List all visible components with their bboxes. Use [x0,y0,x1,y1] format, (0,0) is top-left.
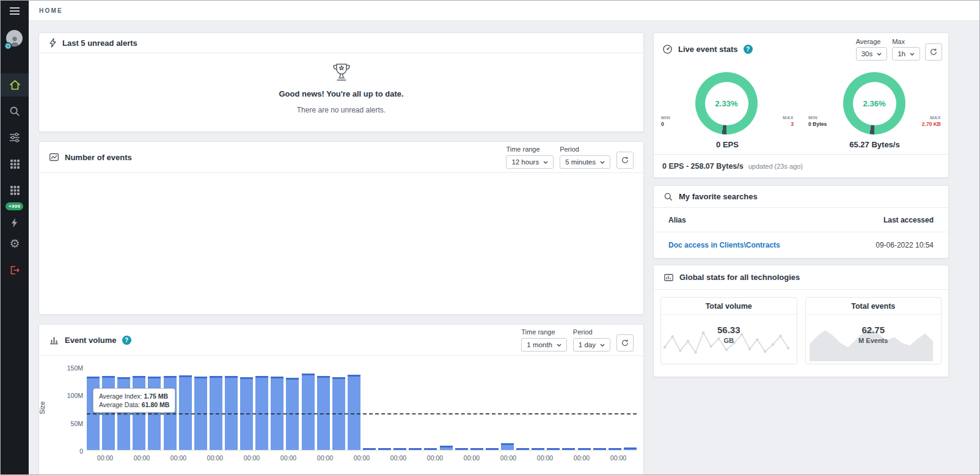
menu-icon [9,7,20,15]
chevron-down-icon [600,161,605,164]
chevron-down-icon [557,344,561,347]
bar[interactable] [593,448,606,450]
refresh-icon [929,48,938,56]
bar[interactable] [532,448,544,450]
donut-caption: 0 EPS [661,140,794,149]
refresh-icon [621,156,629,164]
sidebar-item-settings[interactable]: ⚙ [1,232,29,255]
x-tick-label: 00:00 [464,454,480,462]
help-icon[interactable]: ? [744,45,753,54]
x-tick-label: 00:00 [574,454,590,462]
sidebar-item-alerts[interactable] [1,211,29,234]
period-select[interactable]: 1 day [573,338,610,352]
refresh-button[interactable] [616,152,634,169]
event-volume-plot: Average Index: 1.75 MB Average Data: 61.… [87,369,637,451]
time-range-label: Time range [521,328,567,336]
number-of-events-header: Number of events Time range 12 hours Per… [39,142,643,173]
bar[interactable] [179,375,192,450]
x-tick-label: 00:00 [354,454,370,462]
donut-area: MIN 0 2.33% MAX 3 0 EPS [654,72,948,149]
max-select[interactable]: 1h [892,47,920,61]
breadcrumb[interactable]: HOME [39,7,63,14]
bar[interactable] [501,443,514,450]
notification-badge[interactable]: +999 [5,202,23,210]
alias-column-header: Alias [668,216,686,224]
average-control: Average 30s [856,38,888,61]
sidebar-item-search[interactable] [1,100,29,123]
sidebar-item-apps[interactable] [1,152,29,175]
x-tick-label: 00:00 [537,454,553,462]
bar[interactable] [393,448,406,450]
refresh-icon [621,339,629,347]
live-stats-controls: Average 30s Max 1h [856,38,942,61]
chart-tooltip: Average Index: 1.75 MB Average Data: 61.… [93,388,175,413]
bar[interactable] [516,448,529,450]
bar[interactable] [470,448,483,450]
bar[interactable] [102,376,115,450]
hamburger-menu-button[interactable] [1,1,29,21]
average-label: Average [856,38,888,45]
help-icon[interactable]: ? [122,336,131,345]
chevron-down-icon [877,53,882,56]
eps-min: MIN 0 [661,115,670,127]
bar[interactable] [378,448,391,450]
average-select[interactable]: 30s [856,47,888,61]
sidebar-item-modules[interactable] [1,179,29,202]
period-value: 1 day [579,341,596,348]
card-title: Number of events [65,153,132,162]
time-range-select[interactable]: 12 hours [506,155,554,169]
max-label: Max [892,38,920,45]
bytes-max: MAX 2.70 KB [922,115,941,127]
sliders-icon [9,133,20,142]
bar[interactable] [562,448,575,450]
time-range-select[interactable]: 1 month [521,338,567,352]
sidebar-item-logout[interactable] [1,259,29,282]
bar[interactable] [455,448,468,450]
search-icon [664,192,673,202]
search-icon [9,106,20,117]
bar[interactable] [609,448,621,450]
donut-percent: 2.33% [715,99,738,108]
home-icon [9,79,21,90]
refresh-button[interactable] [925,43,942,61]
y-axis-ticks: 150M100M50M0 [61,364,83,455]
tooltip-label: Average Data: [99,401,140,408]
global-stats-card: Global stats for all technologies Total … [653,265,949,377]
total-events-box: Total events 62.75 M Events [805,297,942,364]
gear-icon: ⚙ [9,238,20,249]
eps-max: MAX 3 [783,115,794,127]
bar[interactable] [348,375,360,450]
bar[interactable] [363,448,376,450]
y-tick-label: 50M [71,420,83,427]
sidebar-item-home[interactable] [1,73,29,97]
global-stats-boxes: Total volume 56.33 GB Total events 62.75… [654,290,948,372]
x-tick-label: 00:00 [500,454,516,462]
gauge-icon [662,44,673,54]
time-range-label: Time range [506,145,554,153]
donut-chart: 2.36% [843,72,905,134]
global-stats-header: Global stats for all technologies [654,265,948,290]
footer-stat: 0 EPS - 258.07 Bytes/s [662,162,744,171]
alerts-subtext: There are no unread alerts. [39,106,643,114]
sidebar-item-filters[interactable] [1,126,29,149]
period-select[interactable]: 5 minutes [560,155,610,169]
bar[interactable] [578,448,591,450]
user-avatar[interactable] [6,30,23,48]
bar[interactable] [409,448,422,450]
donut-caption: 65.27 Bytes/s [808,140,941,149]
favorite-search-link[interactable]: Doc access in Clients\Contracts [668,241,780,249]
bar[interactable] [486,448,499,450]
bar-chart-icon [49,335,59,345]
bar[interactable] [302,374,315,450]
y-tick-label: 0 [79,447,83,455]
bar[interactable] [624,447,637,450]
x-tick-label: 00:00 [610,454,626,462]
eps-donut-block: MIN 0 2.33% MAX 3 0 EPS [654,72,801,149]
favorites-column-headers: Alias Last accessed [654,208,948,232]
bar[interactable] [424,448,437,450]
refresh-button[interactable] [616,334,634,352]
bar[interactable] [547,448,560,450]
y-tick-label: 100M [67,392,83,399]
bar[interactable] [440,446,453,450]
bar[interactable] [210,376,222,450]
